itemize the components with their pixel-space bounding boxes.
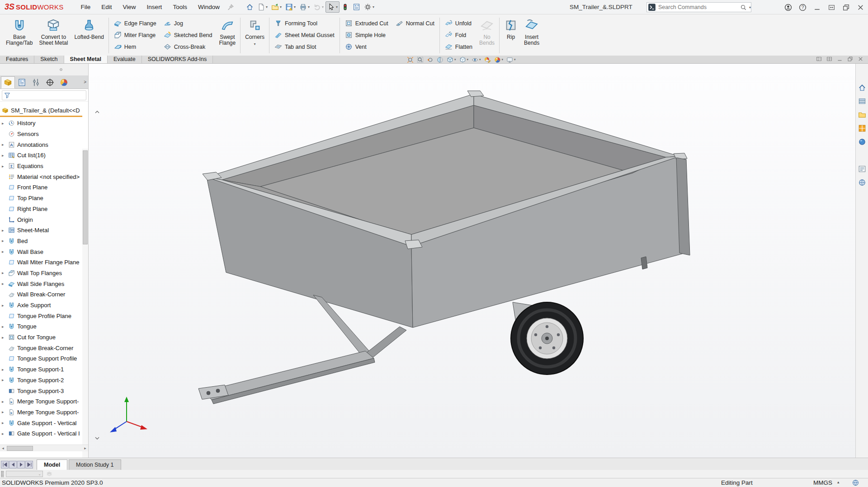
tree-item-origin[interactable]: Origin xyxy=(0,214,82,225)
doc-minimize-icon[interactable] xyxy=(837,56,843,62)
design-library-button[interactable] xyxy=(857,96,867,106)
zoom-to-fit-button[interactable] xyxy=(407,56,414,63)
display-style-caret[interactable]: ▾ xyxy=(467,58,469,61)
tree-item-right-plane[interactable]: Right Plane xyxy=(0,204,82,215)
rip-button[interactable]: Rip xyxy=(501,15,521,56)
zoom-to-area-button[interactable] xyxy=(417,56,424,63)
expand-arrow-icon[interactable]: ▸ xyxy=(2,228,8,233)
options-button[interactable]: ▾ xyxy=(362,1,376,13)
tree-item-tongue-support-3[interactable]: Tongue Support-3 xyxy=(0,385,82,396)
menu-tools[interactable]: Tools xyxy=(167,0,193,14)
scrollbar-thumb[interactable] xyxy=(83,150,88,244)
tab-model[interactable]: Model xyxy=(37,459,67,470)
expand-arrow-icon[interactable]: ▸ xyxy=(2,271,8,275)
tree-item-front-plane[interactable]: Front Plane xyxy=(0,182,82,193)
edit-appearance-button[interactable] xyxy=(484,56,491,63)
tree-item-tongue-support-profile[interactable]: Tongue Support Profile xyxy=(0,353,82,364)
forming-tool-button[interactable]: Forming Tool xyxy=(273,19,336,28)
menu-insert[interactable]: Insert xyxy=(142,0,168,14)
convert-to-sheet-metal-button[interactable]: Convert toSheet Metal xyxy=(36,15,71,56)
tree-item-tongue-break-corner[interactable]: Tongue Break-Corner xyxy=(0,342,82,353)
search-icon[interactable] xyxy=(740,4,747,11)
menu-file[interactable]: File xyxy=(75,0,96,14)
expand-arrow-icon[interactable]: ▸ xyxy=(2,164,8,169)
section-view-button[interactable] xyxy=(437,56,443,63)
panel-tab-dimxpertmanager[interactable] xyxy=(43,76,57,89)
scroll-left-arrow[interactable]: ◂ xyxy=(0,446,6,450)
apply-scene-caret[interactable]: ▾ xyxy=(502,58,504,61)
sheet-metal-gusset-button[interactable]: Sheet Metal Gusset xyxy=(273,30,336,40)
tree-item-cut-list-16[interactable]: ▸Cut list(16) xyxy=(0,150,82,161)
step-back-button[interactable] xyxy=(9,461,17,468)
lofted-bend-button[interactable]: Lofted-Bend xyxy=(71,15,107,56)
panel-splitter-dot[interactable] xyxy=(60,68,62,71)
previous-view-button[interactable] xyxy=(427,56,434,63)
panel-collapse-arrow-top[interactable] xyxy=(92,109,102,115)
expand-arrow-icon[interactable]: ▸ xyxy=(2,421,8,425)
tab-and-slot-button[interactable]: Tab and Slot xyxy=(273,42,336,52)
swept-flange-button[interactable]: Swept Flange xyxy=(216,15,239,56)
tab-evaluate[interactable]: Evaluate xyxy=(108,56,142,63)
status-globe-icon[interactable] xyxy=(852,479,859,487)
undo-caret[interactable]: ▾ xyxy=(322,5,324,9)
tree-item-gate-support-vertical-i[interactable]: ▸Gate Support - Vertical I xyxy=(0,428,82,439)
expand-arrow-icon[interactable]: ▸ xyxy=(2,239,8,243)
tree-item-tongue-support-2[interactable]: ▸Tongue Support-2 xyxy=(0,375,82,386)
view-settings-caret[interactable]: ▾ xyxy=(514,58,516,61)
select-button[interactable]: ▾ xyxy=(326,1,340,13)
tree-item-annotations[interactable]: ▸AAnnotations xyxy=(0,139,82,150)
doc-close-icon[interactable] xyxy=(858,56,863,62)
apply-scene-button[interactable]: ▾ xyxy=(494,56,504,63)
search-dropdown-caret[interactable]: ▾ xyxy=(749,5,751,9)
hide-show-items-button[interactable]: ▾ xyxy=(472,56,481,63)
help-icon[interactable]: ? xyxy=(799,4,807,11)
scroll-right-arrow[interactable]: ▸ xyxy=(82,446,88,450)
simple-hole-button[interactable]: Simple Hole xyxy=(343,30,390,40)
expand-arrow-icon[interactable]: ▸ xyxy=(2,324,8,329)
home-button[interactable] xyxy=(244,1,255,13)
tree-item-tongue[interactable]: ▸Tongue xyxy=(0,321,82,332)
pane-left-icon[interactable] xyxy=(816,56,822,62)
panel-tab-overflow-chevron[interactable]: > xyxy=(84,80,86,84)
base-flange-tab-button[interactable]: BaseFlange/Tab xyxy=(3,15,36,56)
expand-arrow-icon[interactable]: ▸ xyxy=(2,249,8,254)
open-button[interactable]: ▾ xyxy=(269,1,283,13)
expand-arrow-icon[interactable]: ▸ xyxy=(2,303,8,308)
tree-item-tongue-support-1[interactable]: ▸Tongue Support-1 xyxy=(0,364,82,375)
fold-button[interactable]: Fold xyxy=(443,30,474,40)
panel-tab-propertymanager[interactable] xyxy=(15,76,29,89)
miter-flange-button[interactable]: Miter Flange xyxy=(112,30,158,40)
tree-item-merge-tongue-support[interactable]: ▸Merge Tongue Support- xyxy=(0,407,82,418)
panel-tab-featuremanager[interactable] xyxy=(1,76,15,89)
rollback-bar[interactable] xyxy=(0,116,82,117)
tree-item-bed[interactable]: ▸Bed xyxy=(0,236,82,247)
account-icon[interactable] xyxy=(784,4,792,11)
step-forward-button[interactable] xyxy=(17,461,25,468)
insert-bends-button[interactable]: Insert Bends xyxy=(521,15,542,56)
tree-item-wall-side-flanges[interactable]: ▸Wall Side Flanges xyxy=(0,278,82,289)
trailer-model[interactable] xyxy=(198,91,690,404)
graphics-area[interactable] xyxy=(89,64,855,458)
toolbar-grip[interactable] xyxy=(1,471,4,477)
edge-flange-button[interactable]: Edge Flange xyxy=(112,19,158,28)
arrange-windows-button[interactable] xyxy=(828,4,835,11)
print-caret[interactable]: ▾ xyxy=(308,5,310,9)
custom-properties-button[interactable] xyxy=(857,164,867,174)
status-units[interactable]: MMGS xyxy=(813,479,832,486)
print-button[interactable]: ▾ xyxy=(297,1,311,13)
expand-arrow-icon[interactable]: ▸ xyxy=(2,335,8,340)
tab-features[interactable]: Features xyxy=(0,56,34,63)
expand-arrow-icon[interactable]: ▸ xyxy=(2,399,8,404)
command-search[interactable]: ▾ xyxy=(646,2,751,12)
tree-item-sensors[interactable]: Sensors xyxy=(0,129,82,140)
tree-item-merge-tongue-support[interactable]: ▸Merge Tongue Support- xyxy=(0,396,82,407)
pin-icon[interactable] xyxy=(227,4,234,11)
menu-edit[interactable]: Edit xyxy=(96,0,117,14)
sketched-bend-button[interactable]: Sketched Bend xyxy=(162,30,214,40)
jump-to-start-button[interactable] xyxy=(1,461,9,468)
hide-show-items-caret[interactable]: ▾ xyxy=(479,58,481,61)
minimize-button[interactable] xyxy=(813,4,821,11)
appearances-scenes-button[interactable] xyxy=(857,137,867,147)
tree-item-cut-for-tongue[interactable]: ▸Cut for Tongue xyxy=(0,332,82,343)
tree-item-equations[interactable]: ▸ΣEquations xyxy=(0,161,82,172)
